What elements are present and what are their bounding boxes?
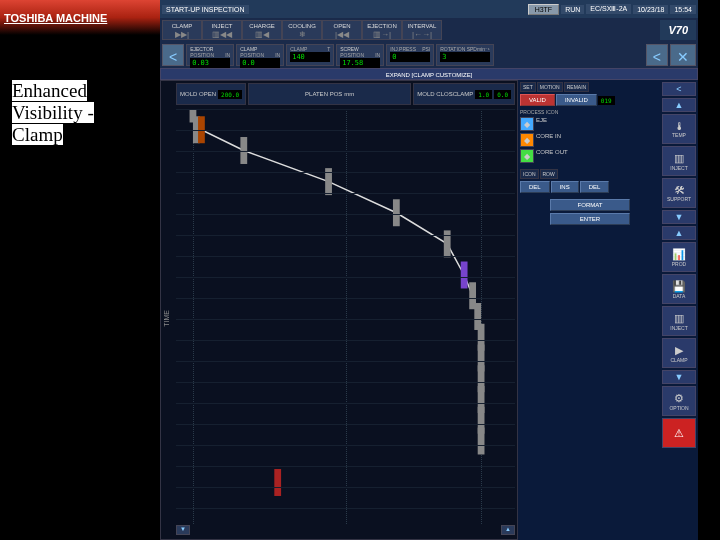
tab-interval[interactable]: INTERVAL|←→|: [402, 20, 442, 40]
status-value: 0.0: [240, 58, 280, 68]
chart-node[interactable]: [479, 417, 484, 423]
tab-clamp[interactable]: CLAMP▶▶|: [162, 20, 202, 40]
icon-col-header: ICON: [520, 169, 539, 179]
chart-scroll-up[interactable]: ▲: [501, 525, 515, 535]
slide-line3: Clamp: [12, 124, 63, 145]
expand-bar[interactable]: EXPAND [CLAMP CUSTOMIZE]: [160, 68, 698, 80]
tab-label: CLAMP: [172, 23, 193, 29]
mold-open-field: MOLD OPEN 200.0: [176, 83, 246, 105]
slide-line2: Visibility -: [12, 102, 94, 123]
tab-icon: |◀◀: [335, 30, 349, 39]
valid-button[interactable]: VALID: [520, 94, 555, 106]
tab-label: INJECT: [212, 23, 233, 29]
sidebar-clamp[interactable]: ▶CLAMP: [662, 338, 696, 368]
chart-node[interactable]: [326, 179, 331, 185]
mold-open-value[interactable]: 200.0: [218, 90, 242, 99]
tab-icon: ▶▶|: [175, 30, 189, 39]
title-bar: START-UP INSPECTION H3TF RUN EC/SXⅢ-2A 1…: [160, 0, 698, 18]
icon-del-button[interactable]: DEL: [520, 181, 550, 193]
sidebar-icon: 📊: [672, 248, 686, 261]
sidebar-▼[interactable]: ▼: [662, 370, 696, 384]
tab-label: CHARGE: [249, 23, 275, 29]
process-icon-label: CORE IN: [536, 133, 561, 147]
enter-button[interactable]: ENTER: [550, 213, 630, 225]
tab-icon: ▥◀◀: [212, 30, 232, 39]
sidebar-inject[interactable]: ▥INJECT: [662, 306, 696, 336]
invalid-button[interactable]: INVALID: [556, 94, 597, 106]
sidebar-prod[interactable]: 📊PROD: [662, 242, 696, 272]
sidebar-option[interactable]: ⚙OPTION: [662, 386, 696, 416]
controller-brand: V70: [660, 20, 696, 40]
process-icon-label: CORE OUT: [536, 149, 568, 163]
mold-close-v1[interactable]: 1.0: [475, 90, 492, 99]
process-chart-area: MOLD OPEN 200.0 PLATEN POS mm MOLD CLOSC…: [160, 80, 518, 540]
sidebar-item[interactable]: ⚠: [662, 418, 696, 448]
brand-header: TOSHIBA MACHINE: [0, 0, 160, 35]
sidebar-<[interactable]: <: [662, 82, 696, 96]
status-readouts: < EJECTORPOSITION IN0.03CLAMPPOSITION IN…: [160, 42, 698, 68]
sidebar-▼[interactable]: ▼: [662, 210, 696, 224]
chart-node[interactable]: [479, 438, 484, 444]
sidebar-label: OPTION: [669, 405, 688, 411]
mode-button[interactable]: H3TF: [528, 4, 560, 15]
sidebar-icon: ⚙: [674, 392, 684, 405]
process-icon: ◆: [520, 133, 534, 147]
tab-inject[interactable]: INJECT▥◀◀: [202, 20, 242, 40]
status-value: 0.03: [190, 58, 230, 68]
sidebar-label: INJECT: [670, 325, 688, 331]
tab-label: INTERVAL: [408, 23, 437, 29]
sidebar-label: DATA: [673, 293, 686, 299]
status-value: 3: [440, 52, 490, 62]
motion-label: MOTION: [537, 82, 563, 92]
sidebar-temp[interactable]: 🌡TEMP: [662, 114, 696, 144]
chart-node[interactable]: [479, 396, 484, 402]
sidebar-icon: 💾: [672, 280, 686, 293]
sidebar-▲[interactable]: ▲: [662, 226, 696, 240]
sidebar-data[interactable]: 💾DATA: [662, 274, 696, 304]
format-button[interactable]: FORMAT: [550, 199, 630, 211]
tab-label: EJECTION: [367, 23, 397, 29]
chart-bottom-nav: ▼ ▲: [176, 525, 515, 537]
row-ins-button[interactable]: INS: [551, 181, 579, 193]
main-content: MOLD OPEN 200.0 PLATEN POS mm MOLD CLOSC…: [160, 80, 698, 540]
hmi-screen: START-UP INSPECTION H3TF RUN EC/SXⅢ-2A 1…: [160, 0, 698, 540]
status-box: INJ.PRESS PSI0: [386, 44, 434, 66]
row-del-button[interactable]: DEL: [580, 181, 610, 193]
tab-cooling[interactable]: COOLING❄: [282, 20, 322, 40]
sidebar-▲[interactable]: ▲: [662, 98, 696, 112]
sidebar-support[interactable]: 🛠SUPPORT: [662, 178, 696, 208]
tab-icon: ❄: [299, 30, 306, 39]
slide-caption: Enhanced Visibility - Clamp: [12, 80, 152, 146]
time-display: 15:54: [670, 5, 696, 14]
chart-node[interactable]: [479, 376, 484, 382]
process-icon-row[interactable]: ◆CORE IN: [520, 133, 660, 147]
tab-label: OPEN: [333, 23, 350, 29]
process-icon-row[interactable]: ◆CORE OUT: [520, 149, 660, 163]
sidebar-inject[interactable]: ▥INJECT: [662, 146, 696, 176]
platen-pos-label: PLATEN POS mm: [248, 83, 411, 105]
status-box: SCREWPOSITION IN17.58: [336, 44, 384, 66]
nav-prev-button[interactable]: <: [162, 44, 184, 66]
sidebar-label: CLAMP: [670, 357, 687, 363]
screen-title: START-UP INSPECTION: [162, 5, 249, 14]
chart-scroll-down[interactable]: ▼: [176, 525, 190, 535]
tab-charge[interactable]: CHARGE▥◀: [242, 20, 282, 40]
process-icon-row[interactable]: ◆EJE: [520, 117, 660, 131]
right-sidebar: <▲🌡TEMP▥INJECT🛠SUPPORT▼▲📊PROD💾DATA▥INJEC…: [662, 82, 696, 538]
nav-close-button[interactable]: ✕: [670, 44, 696, 66]
nav-back-button[interactable]: <: [646, 44, 668, 66]
right-panel: SET MOTION REMAIN VALID INVALID 019 PROC…: [518, 80, 698, 540]
remain-value: 019: [598, 96, 615, 105]
mold-open-label: MOLD OPEN: [180, 91, 216, 97]
status-box: CLAMPPOSITION IN0.0: [236, 44, 284, 66]
chart-node[interactable]: [445, 241, 450, 247]
tab-open[interactable]: OPEN|◀◀: [322, 20, 362, 40]
chart-node[interactable]: [275, 479, 280, 485]
mold-close-v2[interactable]: 0.0: [494, 90, 511, 99]
process-icon: ◆: [520, 117, 534, 131]
tab-ejection[interactable]: EJECTION▥→|: [362, 20, 402, 40]
status-value: 0: [390, 52, 430, 62]
sidebar-icon: 🛠: [674, 184, 685, 196]
y-axis-label: TIME: [163, 310, 170, 327]
status-box: EJECTORPOSITION IN0.03: [186, 44, 234, 66]
